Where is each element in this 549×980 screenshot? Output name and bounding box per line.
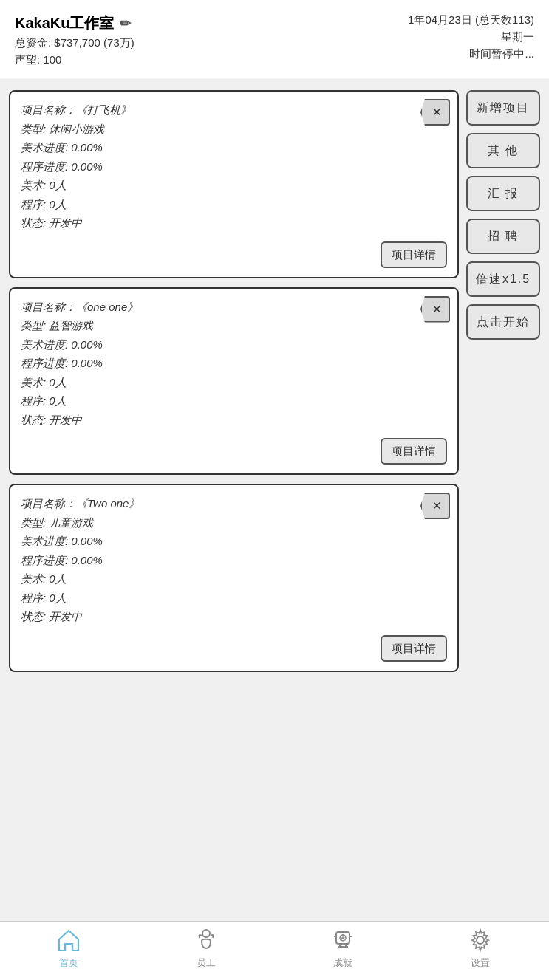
- nav-label-settings: 设置: [471, 956, 490, 970]
- header-right: 1年04月23日 (总天数113) 星期一 时间暂停中...: [408, 13, 534, 61]
- projects-list: ✕ 项目名称：《打飞机》 类型: 休闲小游戏 美术进度: 0.00% 程序进度:…: [9, 90, 459, 672]
- project-card-1: ✕ 项目名称：《打飞机》 类型: 休闲小游戏 美术进度: 0.00% 程序进度:…: [9, 90, 459, 278]
- other-button[interactable]: 其 他: [466, 133, 540, 168]
- svg-point-4: [477, 936, 484, 944]
- proj3-detail-button[interactable]: 项目详情: [381, 635, 447, 662]
- svg-point-0: [202, 930, 210, 937]
- speed-button[interactable]: 倍速x1.5: [466, 261, 540, 297]
- edit-icon[interactable]: ✏: [120, 16, 131, 32]
- close-icon: ✕: [432, 106, 442, 119]
- recruit-button[interactable]: 招 聘: [466, 219, 540, 254]
- header-left: KakaKu工作室 ✏ 总资金: $737,700 (73万) 声望: 100: [15, 13, 134, 67]
- weekday-display: 星期一: [501, 30, 534, 44]
- close-icon: ✕: [432, 303, 442, 316]
- bottom-nav: 首页 员工: [0, 921, 549, 980]
- proj1-bottom-row: 项目详情: [21, 236, 447, 268]
- studio-name: KakaKu工作室: [15, 13, 114, 33]
- paused-status: 时间暂停中...: [469, 47, 534, 61]
- main-area: ✕ 项目名称：《打飞机》 类型: 休闲小游戏 美术进度: 0.00% 程序进度:…: [0, 78, 549, 921]
- close-project-3-button[interactable]: ✕: [420, 493, 450, 519]
- nav-label-achievement: 成就: [333, 956, 352, 970]
- nav-label-home: 首页: [59, 956, 78, 970]
- proj1-name: 项目名称：《打飞机》: [21, 100, 447, 120]
- proj2-name: 项目名称：《one one》: [21, 298, 447, 317]
- money-display: 总资金: $737,700 (73万): [15, 36, 134, 50]
- proj2-prog-progress: 程序进度: 0.00%: [21, 354, 447, 373]
- proj1-prog-progress: 程序进度: 0.00%: [21, 157, 447, 177]
- nav-item-home[interactable]: 首页: [0, 925, 137, 973]
- proj2-prog-staff: 程序: 0人: [21, 391, 447, 411]
- report-button[interactable]: 汇 报: [466, 176, 540, 211]
- proj2-detail-button[interactable]: 项目详情: [381, 438, 447, 465]
- project-card-3: ✕ 项目名称：《Two one》 类型: 儿童游戏 美术进度: 0.00% 程序…: [9, 484, 459, 672]
- new-project-button[interactable]: 新增项目: [466, 90, 540, 126]
- nav-item-achievement[interactable]: 成就: [275, 925, 412, 973]
- proj1-type: 类型: 休闲小游戏: [21, 120, 447, 139]
- settings-icon: [466, 925, 495, 955]
- proj2-type: 类型: 益智游戏: [21, 316, 447, 335]
- proj3-art-progress: 美术进度: 0.00%: [21, 532, 447, 551]
- date-display: 1年04月23日 (总天数113): [408, 13, 534, 27]
- header: KakaKu工作室 ✏ 总资金: $737,700 (73万) 声望: 100 …: [0, 0, 549, 78]
- proj2-art-progress: 美术进度: 0.00%: [21, 335, 447, 354]
- proj3-prog-progress: 程序进度: 0.00%: [21, 551, 447, 570]
- proj1-status: 状态: 开发中: [21, 213, 447, 233]
- proj3-status: 状态: 开发中: [21, 607, 447, 626]
- nav-item-staff[interactable]: 员工: [137, 925, 275, 973]
- studio-title-row: KakaKu工作室 ✏: [15, 13, 134, 33]
- staff-icon: [191, 925, 221, 955]
- proj2-bottom-row: 项目详情: [21, 432, 447, 465]
- achievement-icon: [328, 925, 358, 955]
- project-card-2: ✕ 项目名称：《one one》 类型: 益智游戏 美术进度: 0.00% 程序…: [9, 287, 459, 476]
- close-project-1-button[interactable]: ✕: [420, 99, 450, 126]
- proj2-status: 状态: 开发中: [21, 411, 447, 430]
- proj1-prog-staff: 程序: 0人: [21, 195, 447, 214]
- nav-label-staff: 员工: [197, 956, 216, 970]
- empty-area: [9, 681, 540, 910]
- rep-display: 声望: 100: [15, 53, 134, 67]
- close-project-2-button[interactable]: ✕: [420, 296, 450, 323]
- start-button[interactable]: 点击开始: [466, 304, 540, 340]
- proj3-art-staff: 美术: 0人: [21, 569, 447, 589]
- projects-area: ✕ 项目名称：《打飞机》 类型: 休闲小游戏 美术进度: 0.00% 程序进度:…: [9, 90, 540, 672]
- proj3-type: 类型: 儿童游戏: [21, 513, 447, 532]
- proj3-name: 项目名称：《Two one》: [21, 494, 447, 513]
- proj3-prog-staff: 程序: 0人: [21, 589, 447, 608]
- proj1-art-staff: 美术: 0人: [21, 176, 447, 195]
- close-icon: ✕: [432, 499, 442, 513]
- proj2-art-staff: 美术: 0人: [21, 373, 447, 392]
- nav-item-settings[interactable]: 设置: [412, 925, 549, 973]
- proj1-art-progress: 美术进度: 0.00%: [21, 138, 447, 157]
- proj3-bottom-row: 项目详情: [21, 629, 447, 662]
- proj1-detail-button[interactable]: 项目详情: [381, 241, 447, 268]
- sidebar-buttons: 新增项目 其 他 汇 报 招 聘 倍速x1.5 点击开始: [466, 90, 540, 340]
- home-icon: [54, 925, 83, 955]
